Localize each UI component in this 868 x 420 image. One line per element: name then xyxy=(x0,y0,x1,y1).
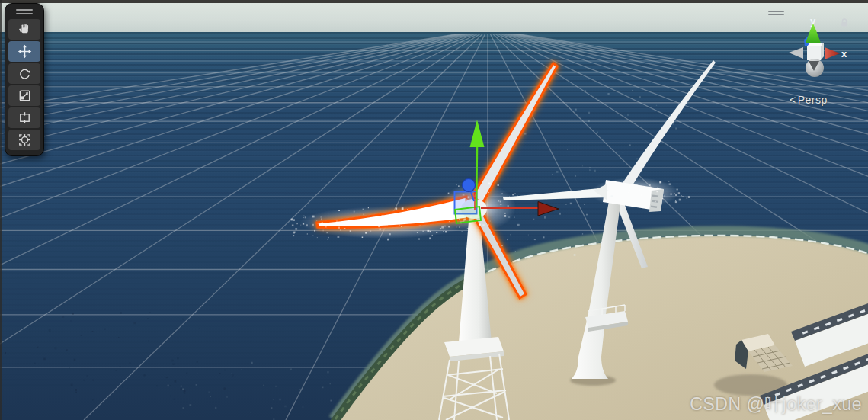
move-arrows-icon xyxy=(18,44,32,59)
scene-canvas[interactable] xyxy=(0,0,868,420)
rotate-tool-button[interactable] xyxy=(8,63,40,84)
transform-combo-icon xyxy=(18,133,32,147)
rotate-icon xyxy=(18,66,32,81)
turbine-blade xyxy=(503,188,609,200)
watermark: CSDN @叶joker_xue xyxy=(690,393,862,416)
rect-tool-button[interactable] xyxy=(8,107,40,128)
window-left-edge xyxy=(0,0,2,420)
tools-overlay-panel xyxy=(5,3,44,156)
nacelle-rear xyxy=(649,189,664,212)
axis-x-label: x xyxy=(841,48,847,59)
move-tool-button[interactable] xyxy=(8,41,40,62)
gizmo-z-handle[interactable] xyxy=(463,179,476,192)
gizmo-y-axis[interactable] xyxy=(476,146,477,207)
hand-icon xyxy=(18,22,32,37)
scale-icon xyxy=(18,88,32,103)
turbine-blade-outlined xyxy=(472,63,557,204)
scale-tool-button[interactable] xyxy=(8,85,40,106)
gizmo-cube[interactable] xyxy=(807,46,821,60)
axis-negx-cone[interactable] xyxy=(789,47,803,59)
axis-x-cone[interactable] xyxy=(825,47,840,59)
gizmo-x-arrowhead[interactable] xyxy=(538,202,559,216)
lock-icon[interactable] xyxy=(839,18,850,31)
axis-y-cone[interactable] xyxy=(806,24,821,43)
gizmo-overlay-drag-handle[interactable] xyxy=(768,9,784,17)
gizmo-xz-plane-handle[interactable] xyxy=(455,207,481,223)
unity-scene-view[interactable]: y x <Persp CSDN @叶joker_xue xyxy=(0,0,868,420)
gizmo-y-arrowhead[interactable] xyxy=(470,120,485,147)
window-top-strip xyxy=(0,0,868,3)
toolbar-drag-handle[interactable] xyxy=(16,9,33,14)
transform-tool-button[interactable] xyxy=(8,130,40,150)
projection-toggle[interactable]: <Persp xyxy=(790,94,828,106)
rect-tool-icon xyxy=(18,111,32,125)
view-hand-tool-button[interactable] xyxy=(8,19,40,40)
projection-label: Persp xyxy=(798,94,828,106)
persp-chevron-icon: < xyxy=(790,94,796,106)
